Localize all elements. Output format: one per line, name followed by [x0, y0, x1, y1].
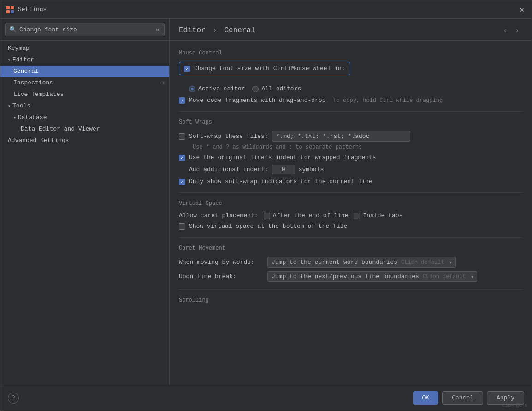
radio-all-editors[interactable]: All editors	[252, 85, 301, 92]
expand-icon: ▾	[8, 103, 11, 109]
soft-wrap-files-row: Soft-wrap these files: *.md; *.txt; *.rs…	[179, 131, 522, 150]
svg-rect-0	[6, 6, 10, 9]
title-bar: Settings ✕	[0, 0, 532, 19]
sidebar-item-label: Data Editor and Viewer	[21, 125, 100, 132]
scrolling-section: Scrolling	[179, 297, 522, 304]
sidebar-item-label: Tools	[12, 102, 30, 109]
main-content: 🔍 ✕ Keymap ▾ Editor General Inspections	[0, 19, 532, 385]
use-original-indent-checkbox[interactable]	[179, 155, 185, 161]
allow-caret-row: Allow caret placement: After the end of …	[179, 212, 522, 219]
section-divider-3	[179, 237, 522, 238]
line-break-row: Upon line break: Jump to the next/previo…	[179, 271, 522, 282]
scrolling-title: Scrolling	[179, 297, 522, 304]
close-button[interactable]: ✕	[518, 6, 526, 14]
search-box: 🔍 ✕	[0, 19, 169, 41]
font-size-radio-group: Active editor All editors	[189, 85, 522, 92]
sidebar-item-label: Keymap	[8, 45, 30, 52]
move-code-hint: To copy, hold Ctrl while dragging	[333, 97, 443, 104]
after-end-checkbox[interactable]	[264, 213, 270, 219]
move-code-fragments-label: Move code fragments with drag-and-drop	[189, 97, 325, 104]
sidebar-item-data-editor[interactable]: Data Editor and Viewer	[0, 123, 169, 135]
svg-rect-3	[11, 10, 14, 13]
section-divider-1	[179, 111, 522, 112]
breadcrumb-separator: ›	[213, 26, 217, 35]
sidebar: 🔍 ✕ Keymap ▾ Editor General Inspections	[0, 19, 170, 385]
search-clear-button[interactable]: ✕	[155, 26, 160, 34]
apply-button[interactable]: Apply	[487, 391, 524, 405]
virtual-space-section: Virtual Space Allow caret placement: Aft…	[179, 200, 522, 230]
expand-icon: ▾	[13, 115, 16, 120]
radio-active-editor[interactable]: Active editor	[189, 85, 245, 92]
settings-dialog: Settings ✕ 🔍 ✕ Keymap ▾ Editor	[0, 0, 532, 411]
section-divider-2	[179, 192, 522, 193]
section-divider-4	[179, 289, 522, 290]
radio-all-editors-label: All editors	[261, 85, 301, 92]
search-input[interactable]	[19, 26, 155, 33]
line-break-label: Upon line break:	[179, 273, 262, 280]
breadcrumb: Editor › General	[179, 26, 255, 35]
soft-wrap-file-input[interactable]: *.md; *.txt; *.rst; *.adoc	[272, 131, 410, 142]
dropdown-arrow-icon: ▾	[449, 259, 453, 266]
move-code-fragments-checkbox[interactable]	[179, 97, 185, 104]
change-font-size-checkbox[interactable]	[184, 66, 190, 72]
moving-by-words-value: Jump to the current word boundaries	[272, 259, 397, 266]
radio-all-editors-icon	[252, 86, 259, 92]
use-original-indent-label: Use the original line's indent for wrapp…	[189, 154, 376, 161]
expand-icon: ▾	[8, 57, 11, 63]
svg-rect-1	[11, 6, 14, 9]
sidebar-item-label: General	[13, 68, 39, 75]
right-panel: Editor › General ‹ › Mouse Control	[170, 19, 532, 385]
show-virtual-space-checkbox[interactable]	[179, 223, 185, 230]
soft-wrap-hint-row: Use * and ? as wildcards and ; to separa…	[189, 143, 522, 150]
caret-movement-title: Caret Movement	[179, 245, 522, 251]
nav-buttons: ‹ ›	[500, 25, 522, 36]
ok-button[interactable]: OK	[413, 391, 439, 405]
line-break-hint: CLion default	[423, 274, 466, 280]
help-button[interactable]: ?	[8, 393, 19, 404]
sidebar-item-live-templates[interactable]: Live Templates	[0, 89, 169, 100]
inside-tabs-label: Inside tabs	[363, 212, 402, 219]
sidebar-item-label: Editor	[12, 56, 34, 63]
cancel-button[interactable]: Cancel	[442, 391, 483, 405]
nav-forward-button[interactable]: ›	[512, 25, 522, 36]
nav-back-button[interactable]: ‹	[500, 25, 510, 36]
sidebar-item-label: Database	[18, 114, 47, 121]
radio-active-editor-label: Active editor	[198, 85, 245, 92]
line-break-dropdown[interactable]: Jump to the next/previous line boundarie…	[267, 271, 477, 282]
change-font-size-label: Change font size with Ctrl+Mouse Wheel i…	[194, 65, 345, 72]
soft-wraps-section: Soft Wraps Soft-wrap these files: *.md; …	[179, 119, 522, 185]
only-show-indicators-label: Only show soft-wrap indicators for the c…	[189, 178, 372, 185]
only-show-indicators-checkbox[interactable]	[179, 179, 185, 185]
right-content: Mouse Control Change font size with Ctrl…	[170, 41, 532, 385]
inside-tabs-checkbox[interactable]	[354, 213, 360, 219]
show-virtual-space-row: Show virtual space at the bottom of the …	[179, 223, 522, 230]
sidebar-item-advanced-settings[interactable]: Advanced Settings	[0, 135, 169, 146]
bottom-bar: ? OK Cancel Apply	[0, 385, 532, 411]
add-indent-row: Add additional indent: symbols	[189, 165, 522, 174]
only-show-indicators-row: Only show soft-wrap indicators for the c…	[179, 178, 522, 185]
moving-by-words-label: When moving by words:	[179, 259, 262, 266]
mouse-control-title: Mouse Control	[179, 50, 522, 56]
change-font-size-row: Change font size with Ctrl+Mouse Wheel i…	[179, 62, 522, 81]
sidebar-item-tools[interactable]: ▾ Tools	[0, 100, 169, 112]
sidebar-item-database[interactable]: ▾ Database	[0, 112, 169, 123]
sidebar-item-general[interactable]: General	[0, 66, 169, 77]
dialog-buttons: OK Cancel Apply	[413, 391, 524, 405]
moving-by-words-row: When moving by words: Jump to the curren…	[179, 257, 522, 268]
moving-by-words-hint: CLion default	[401, 259, 444, 266]
soft-wrap-checkbox[interactable]	[179, 133, 185, 140]
after-end-option: After the end of line	[264, 212, 349, 219]
breadcrumb-part2: General	[224, 26, 255, 35]
sidebar-item-inspections[interactable]: Inspections ⊡	[0, 77, 169, 89]
app-icon	[6, 6, 14, 14]
sidebar-item-label: Inspections	[13, 79, 53, 86]
line-break-value: Jump to the next/previous line boundarie…	[272, 273, 419, 280]
dialog-title: Settings	[18, 6, 518, 13]
caret-movement-section: Caret Movement When moving by words: Jum…	[179, 245, 522, 282]
sidebar-item-editor[interactable]: ▾ Editor	[0, 54, 169, 66]
moving-by-words-dropdown[interactable]: Jump to the current word boundaries CLio…	[267, 257, 456, 268]
add-indent-input[interactable]	[272, 165, 295, 174]
sidebar-items-list: Keymap ▾ Editor General Inspections ⊡ Li…	[0, 41, 169, 148]
symbols-label: symbols	[299, 166, 324, 173]
sidebar-item-keymap[interactable]: Keymap	[0, 42, 169, 54]
